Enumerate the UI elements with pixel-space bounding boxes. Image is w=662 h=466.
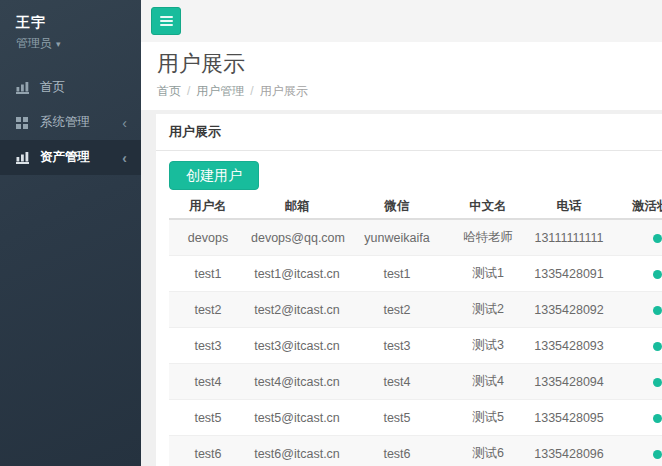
table-row: test1test1@itcast.cntest1测试11335428091 [169,256,662,292]
cell-status [609,436,662,466]
cell-wechat: yunweikaifa [347,219,447,256]
sidebar-item-asset-management[interactable]: 资产管理‹ [0,140,141,175]
cell-cn_name: 测试4 [447,364,529,400]
bar-chart-icon [16,152,30,164]
cell-cn_name: 测试1 [447,256,529,292]
chevron-left-icon: ‹ [122,118,127,128]
app-window: 王宇 管理员▾ 首页系统管理‹资产管理‹ 用户展示 首页/用户管理/用户展示 用… [0,0,662,466]
breadcrumb: 首页/用户管理/用户展示 [157,83,646,100]
topbar [141,0,662,42]
active-status-dot-icon [653,234,662,243]
cell-status [609,400,662,436]
breadcrumb-current: 用户展示 [260,84,308,98]
column-header: 邮箱 [247,196,347,219]
bar-chart-icon [16,82,30,94]
cell-cn_name: 测试5 [447,400,529,436]
cell-status [609,292,662,328]
cell-phone: 1335428092 [529,292,609,328]
cell-wechat: test2 [347,292,447,328]
cell-cn_name: 哈特老师 [447,219,529,256]
user-role-label: 管理员 [16,36,52,50]
column-header: 微信 [347,196,447,219]
cell-cn_name: 测试2 [447,292,529,328]
sidebar-item-system-management[interactable]: 系统管理‹ [0,105,141,140]
active-status-dot-icon [653,270,662,279]
sidebar-menu: 首页系统管理‹资产管理‹ [0,70,141,175]
cell-username: devops [169,219,247,256]
cell-email: test6@itcast.cn [247,436,347,466]
user-list-panel: 用户展示 创建用户 用户名邮箱微信中文名电话激活状态 devopsdevops@… [156,114,662,466]
cell-email: test4@itcast.cn [247,364,347,400]
table-row: test5test5@itcast.cntest5测试51335428095 [169,400,662,436]
column-header: 中文名 [447,196,529,219]
sidebar-toggle-button[interactable] [151,7,181,35]
cell-email: test3@itcast.cn [247,328,347,364]
table-row: devopsdevops@qq.comyunweikaifa哈特老师131111… [169,219,662,256]
breadcrumb-link[interactable]: 首页 [157,84,181,98]
main-area: 用户展示 首页/用户管理/用户展示 用户展示 创建用户 用户名邮箱微信中文名电话… [141,0,662,466]
user-table: 用户名邮箱微信中文名电话激活状态 devopsdevops@qq.comyunw… [169,196,662,466]
chevron-left-icon: ‹ [122,153,127,163]
grid-icon [16,117,30,129]
cell-cn_name: 测试3 [447,328,529,364]
hamburger-icon [160,16,173,26]
cell-username: test6 [169,436,247,466]
cell-wechat: test5 [347,400,447,436]
cell-email: devops@qq.com [247,219,347,256]
cell-phone: 1335428093 [529,328,609,364]
page-header: 用户展示 首页/用户管理/用户展示 [141,42,662,110]
sidebar-item-label: 首页 [40,79,65,96]
sidebar-item-home[interactable]: 首页 [0,70,141,105]
cell-username: test1 [169,256,247,292]
column-header: 用户名 [169,196,247,219]
cell-username: test5 [169,400,247,436]
cell-status [609,364,662,400]
cell-phone: 1335428091 [529,256,609,292]
cell-email: test5@itcast.cn [247,400,347,436]
cell-wechat: test6 [347,436,447,466]
cell-email: test2@itcast.cn [247,292,347,328]
active-status-dot-icon [653,306,662,315]
sidebar: 王宇 管理员▾ 首页系统管理‹资产管理‹ [0,0,141,466]
breadcrumb-link[interactable]: 用户管理 [196,84,244,98]
column-header: 激活状态 [609,196,662,219]
user-panel: 王宇 管理员▾ [0,0,141,62]
cell-wechat: test1 [347,256,447,292]
breadcrumb-separator: / [187,84,190,98]
caret-down-icon: ▾ [56,39,61,49]
page-title: 用户展示 [157,49,646,79]
user-name: 王宇 [16,14,125,32]
cell-status [609,328,662,364]
active-status-dot-icon [653,450,662,459]
cell-phone: 13111111111 [529,219,609,256]
cell-cn_name: 测试6 [447,436,529,466]
cell-phone: 1335428094 [529,364,609,400]
table-row: test2test2@itcast.cntest2测试21335428092 [169,292,662,328]
cell-username: test3 [169,328,247,364]
active-status-dot-icon [653,414,662,423]
table-header-row: 用户名邮箱微信中文名电话激活状态 [169,196,662,219]
cell-wechat: test4 [347,364,447,400]
panel-title: 用户展示 [156,114,662,151]
cell-status [609,256,662,292]
active-status-dot-icon [653,342,662,351]
cell-username: test2 [169,292,247,328]
cell-phone: 1335428096 [529,436,609,466]
sidebar-item-label: 资产管理 [40,149,90,166]
panel-body: 创建用户 用户名邮箱微信中文名电话激活状态 devopsdevops@qq.co… [156,151,662,466]
cell-phone: 1335428095 [529,400,609,436]
active-status-dot-icon [653,378,662,387]
table-row: test6test6@itcast.cntest6测试61335428096 [169,436,662,466]
sidebar-item-label: 系统管理 [40,114,90,131]
table-row: test4test4@itcast.cntest4测试41335428094 [169,364,662,400]
cell-username: test4 [169,364,247,400]
table-body: devopsdevops@qq.comyunweikaifa哈特老师131111… [169,219,662,466]
user-role-dropdown[interactable]: 管理员▾ [16,35,125,52]
cell-email: test1@itcast.cn [247,256,347,292]
column-header: 电话 [529,196,609,219]
create-user-button[interactable]: 创建用户 [169,161,259,190]
cell-wechat: test3 [347,328,447,364]
breadcrumb-separator: / [250,84,253,98]
cell-status [609,219,662,256]
table-row: test3test3@itcast.cntest3测试31335428093 [169,328,662,364]
